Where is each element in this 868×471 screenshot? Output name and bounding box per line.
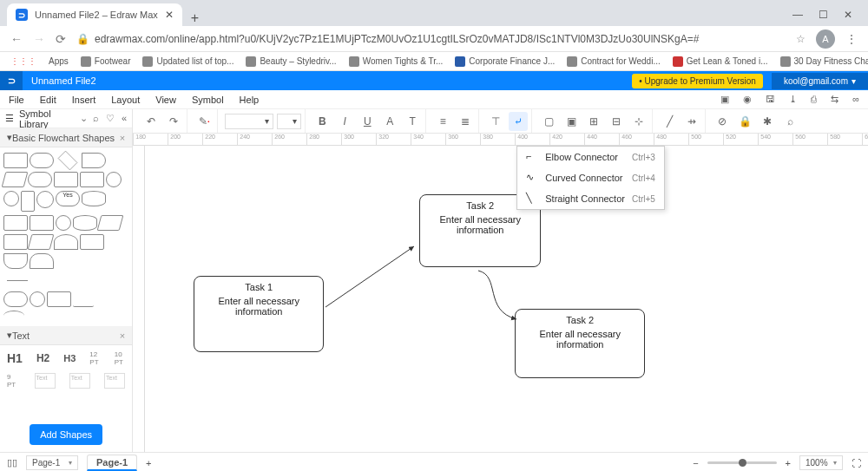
browser-profile-avatar[interactable]: A (816, 29, 835, 49)
shape-stored-data[interactable] (3, 253, 28, 269)
connector-menu-straight[interactable]: ╲ Straight Connector Ctrl+5 (517, 188, 664, 209)
page-layout-icon[interactable]: ▯▯ (7, 457, 17, 468)
shape-circle[interactable] (30, 291, 45, 307)
add-shapes-button[interactable]: Add Shapes (30, 424, 102, 445)
menu-insert[interactable]: Insert (72, 95, 96, 105)
text-h2[interactable]: H2 (36, 352, 49, 364)
connector-tool-icon[interactable]: ⤶ (509, 112, 528, 131)
text-tool-icon[interactable]: T (403, 112, 422, 131)
shape-loop-limit[interactable] (80, 234, 104, 250)
upgrade-button[interactable]: • Upgrade to Premium Version (632, 74, 763, 88)
align-objects-icon[interactable]: ⊟ (607, 112, 626, 131)
group-icon[interactable]: ⊞ (584, 112, 603, 131)
shape-fill-icon[interactable]: ▣ (562, 112, 581, 131)
text-12pt[interactable]: 12 PT (89, 350, 100, 366)
window-maximize-icon[interactable]: ☐ (819, 9, 828, 21)
bold-icon[interactable]: B (312, 112, 332, 131)
bookmark-item[interactable]: 30 Day Fitness Chal... (780, 56, 868, 67)
task-box-3[interactable]: Task 2 Enter all necessary information (515, 309, 645, 378)
shape-manual-op[interactable] (28, 234, 55, 250)
shapes-panel-header[interactable]: ▾ Basic Flowchart Shapes × (0, 128, 132, 147)
shape-data[interactable] (3, 215, 28, 231)
shape-document[interactable] (82, 153, 106, 168)
shape-arc[interactable] (3, 311, 24, 321)
bookmark-item[interactable]: Get Lean & Toned i... (673, 56, 768, 67)
text-h1[interactable]: H1 (7, 351, 23, 365)
lock-icon[interactable]: 🔒 (735, 112, 754, 131)
collapse-icon[interactable]: « (122, 113, 127, 124)
browser-back-icon[interactable]: ← (10, 32, 23, 46)
font-size-select[interactable]: ▾ (277, 114, 301, 129)
shape-rectangle[interactable] (3, 153, 28, 168)
shape-pentagon[interactable] (47, 291, 71, 307)
page-tab[interactable]: Page-1 (87, 455, 137, 471)
symbol-library-header[interactable]: ☰ Symbol Library ⌄ ⌕ ♡ « (0, 109, 132, 128)
bookmark-item[interactable]: Corporate Finance J... (455, 56, 555, 67)
shape-process[interactable] (54, 172, 78, 187)
shape-line[interactable] (7, 280, 28, 281)
add-page-button[interactable]: + (146, 458, 151, 468)
share-icon[interactable]: ⇆ (831, 94, 838, 105)
shape-actor-alt[interactable] (36, 191, 54, 208)
text-10pt[interactable]: 10 PT (115, 350, 125, 366)
new-tab-button[interactable]: + (182, 10, 207, 26)
close-icon[interactable]: × (120, 330, 125, 341)
user-account-button[interactable]: kool@gmail.com ▾ (772, 73, 868, 89)
text-box-icon[interactable]: ⊤ (486, 112, 505, 131)
shape-cylinder[interactable] (82, 191, 106, 206)
present-icon[interactable]: ▣ (720, 94, 729, 105)
undo-icon[interactable]: ↶ (141, 112, 161, 131)
shape-connector[interactable] (3, 191, 19, 206)
shape-manual-input[interactable] (97, 215, 124, 231)
shape-predef-process[interactable] (80, 172, 104, 187)
save-icon[interactable]: 🖫 (766, 94, 775, 105)
shape-arrow[interactable] (73, 291, 94, 307)
fullscreen-icon[interactable]: ⛶ (852, 458, 861, 468)
shape-terminator[interactable] (28, 172, 52, 187)
text-panel-header[interactable]: ▾ Text × (0, 326, 132, 345)
play-icon[interactable]: ◉ (743, 94, 752, 105)
bookmark-item[interactable]: Women Tights & Tr... (349, 56, 444, 67)
crop-icon[interactable]: ⊘ (713, 112, 732, 131)
link-icon[interactable]: ∞ (852, 94, 859, 105)
font-color-icon[interactable]: A (380, 112, 399, 131)
shape-annotation[interactable] (95, 291, 120, 307)
menu-edit[interactable]: Edit (40, 95, 56, 105)
window-close-icon[interactable]: ✕ (844, 9, 852, 21)
apps-icon[interactable]: ⋮⋮⋮ (10, 56, 36, 66)
canvas[interactable]: ⌐ Elbow Connector Ctrl+3 ∿ Curved Connec… (145, 146, 868, 452)
shape-decision-yes[interactable]: Yes (56, 191, 80, 206)
text-box-sample[interactable]: Text (69, 373, 90, 389)
bookmark-item[interactable]: Updated list of top... (142, 56, 233, 67)
close-icon[interactable]: × (120, 133, 125, 143)
search-icon[interactable]: ⌕ (93, 113, 99, 124)
browser-tab[interactable]: ⊃ Unnamed File2 – Edraw Max ✕ (7, 3, 182, 26)
shape-terminator[interactable] (3, 291, 28, 307)
bookmark-item[interactable]: Contract for Weddi... (567, 56, 661, 67)
shape-delay[interactable] (54, 234, 78, 250)
connector-arrow-1[interactable] (324, 241, 419, 311)
browser-url[interactable]: 🔒edrawmax.com/online/app.html?u0/KUjV2yc… (76, 33, 786, 45)
heart-icon[interactable]: ♡ (106, 113, 115, 124)
menu-file[interactable]: File (9, 95, 24, 105)
browser-reload-icon[interactable]: ⟳ (56, 32, 66, 46)
zoom-in-icon[interactable]: + (786, 458, 791, 468)
zoom-out-icon[interactable]: − (693, 458, 698, 468)
redo-icon[interactable]: ↷ (164, 112, 183, 131)
shape-offpage[interactable] (30, 253, 54, 269)
align-left-icon[interactable]: ≡ (433, 112, 452, 131)
shape-display[interactable] (3, 234, 28, 250)
document-name[interactable]: Unnamed File2 (23, 75, 105, 86)
line-arrow-icon[interactable]: ⇸ (682, 112, 701, 131)
window-minimize-icon[interactable]: — (792, 9, 803, 21)
align-center-icon[interactable]: ≣ (456, 112, 475, 131)
menu-symbol[interactable]: Symbol (192, 95, 224, 105)
search-icon[interactable]: ⌕ (780, 112, 799, 131)
menu-help[interactable]: Help (240, 95, 260, 105)
print-icon[interactable]: ⎙ (811, 94, 817, 105)
menu-layout[interactable]: Layout (111, 95, 140, 105)
settings-icon[interactable]: ✱ (758, 112, 777, 131)
font-family-select[interactable]: ▾ (225, 114, 273, 129)
shape-parallelogram[interactable] (2, 172, 29, 187)
shape-circle[interactable] (56, 215, 71, 231)
